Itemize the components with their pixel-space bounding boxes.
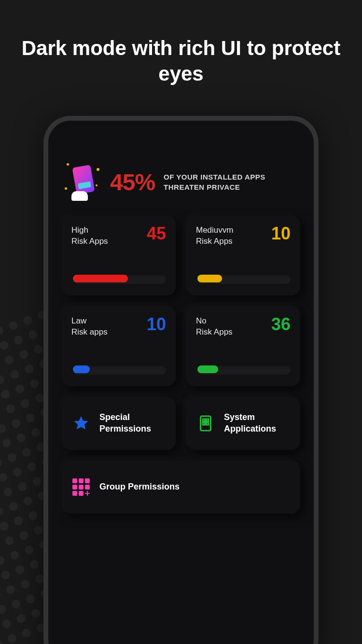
star-icon [71, 414, 91, 433]
risk-card-value: 45 [147, 225, 166, 242]
threat-percent: 45% [110, 169, 155, 196]
tile-title: SpecialPermissions [99, 412, 151, 434]
svg-rect-4 [207, 422, 209, 425]
tile-group-permissions[interactable]: Group Permissions [62, 461, 300, 514]
svg-rect-2 [207, 419, 209, 421]
svg-rect-1 [203, 419, 205, 421]
risk-card-medium[interactable]: MediuvvmRisk Apps 10 [186, 215, 300, 295]
risk-bar-track [196, 273, 291, 284]
tagline-line2: THREATEN PRIVACE [164, 182, 265, 192]
risk-bar-fill [73, 365, 90, 373]
dashboard-grid: HighRisk Apps 45 MediuvvmRisk Apps 10 [59, 215, 303, 514]
risk-card-high[interactable]: HighRisk Apps 45 [62, 215, 176, 295]
tile-title: SystemApplications [224, 412, 276, 434]
risk-card-value: 10 [147, 316, 166, 333]
phone-mockup: 45% OF YOUR INSTALLED APPS THREATEN PRIV… [43, 116, 319, 644]
tile-title: Group Permissions [99, 481, 180, 492]
risk-card-value: 36 [271, 316, 291, 333]
risk-bar-fill [197, 365, 218, 373]
tile-special-permissions[interactable]: SpecialPermissions [62, 397, 176, 450]
risk-bar-track [71, 364, 166, 375]
risk-card-title: NoRisk Apps [196, 316, 233, 338]
risk-card-value: 10 [271, 225, 291, 242]
risk-bar-track [71, 273, 166, 284]
risk-card-title: MediuvvmRisk Apps [196, 225, 233, 247]
risk-card-title: LawRisk apps [71, 316, 108, 338]
risk-bar-fill [197, 275, 222, 282]
risk-card-title: HighRisk Apps [71, 225, 108, 247]
risk-bar-track [196, 364, 291, 375]
phone-in-hand-icon [64, 163, 101, 201]
svg-rect-3 [203, 422, 205, 425]
tile-system-applications[interactable]: SystemApplications [186, 397, 300, 450]
privacy-summary-header: 45% OF YOUR INSTALLED APPS THREATEN PRIV… [59, 134, 303, 215]
grid-plus-icon [71, 477, 91, 497]
tagline-line1: OF YOUR INSTALLED APPS [164, 172, 265, 182]
threat-tagline: OF YOUR INSTALLED APPS THREATEN PRIVACE [164, 172, 265, 192]
risk-card-none[interactable]: NoRisk Apps 36 [186, 306, 300, 386]
risk-bar-fill [73, 275, 128, 282]
phone-apps-icon [196, 414, 215, 433]
risk-card-low[interactable]: LawRisk apps 10 [62, 306, 176, 386]
marketing-headline: Dark mode with rich UI to protect eyes [0, 0, 362, 86]
